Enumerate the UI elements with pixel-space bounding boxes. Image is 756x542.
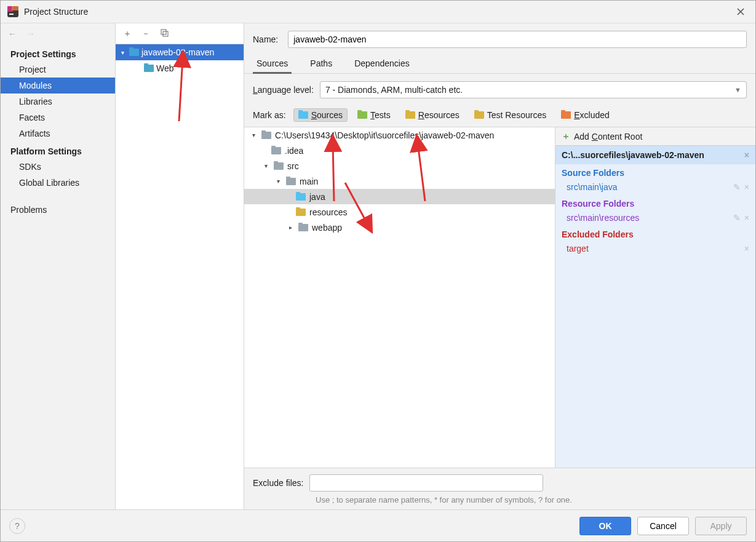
exclude-files-input[interactable]	[309, 474, 543, 492]
tree-row-src[interactable]: ▾ src	[244, 158, 555, 173]
module-node-web[interactable]: Web	[116, 60, 244, 76]
help-button[interactable]: ?	[9, 518, 25, 534]
folder-icon	[274, 162, 284, 170]
language-level-value: 7 - Diamonds, ARM, multi-catch etc.	[325, 85, 734, 95]
tab-sources[interactable]: Sources	[253, 55, 292, 73]
chevron-down-icon: ▼	[734, 86, 741, 94]
remove-icon[interactable]: ×	[744, 213, 749, 223]
tree-label: java	[309, 192, 325, 202]
chevron-right-icon: ▸	[286, 224, 295, 231]
excluded-folders-title: Excluded Folders	[555, 226, 755, 241]
tree-row-webapp[interactable]: ▸ webapp	[244, 220, 555, 235]
mark-excluded-button[interactable]: ExcludedExcluded	[556, 108, 615, 122]
chevron-down-icon: ▾	[274, 178, 282, 185]
edit-icon[interactable]: ✎	[733, 213, 741, 223]
mark-as-label: Mark as:	[253, 110, 286, 120]
exclude-files-label: Exclude files:	[253, 478, 303, 488]
chevron-down-icon: ▾	[118, 49, 127, 56]
content-root-panel: ＋ Add Content RootAdd Content Root C:\..…	[555, 127, 755, 468]
remove-root-icon[interactable]: ×	[744, 150, 749, 160]
remove-icon[interactable]: ×	[744, 244, 749, 253]
nav-item-sdks[interactable]: SDKs	[1, 159, 115, 175]
mark-sources-button[interactable]: SourcesSources	[293, 108, 348, 122]
module-node-root[interactable]: ▾ javaweb-02-maven	[116, 44, 244, 60]
resources-folder-icon	[405, 111, 415, 119]
module-folder-icon	[129, 49, 139, 56]
project-settings-header: Project Settings	[1, 44, 115, 62]
platform-settings-header: Platform Settings	[1, 141, 115, 159]
svg-rect-4	[161, 30, 166, 34]
remove-icon[interactable]: ×	[744, 182, 749, 192]
nav-item-libraries[interactable]: Libraries	[1, 94, 115, 110]
source-folder-entry[interactable]: src\main\java ✎ ×	[555, 179, 755, 195]
source-tree[interactable]: ▾ C:\Users\19434\Desktop\it\suorcefiles\…	[244, 127, 555, 468]
web-facet-icon	[144, 65, 154, 72]
left-nav: ← → Project Settings Project Modules Lib…	[1, 23, 116, 509]
tree-row-resources[interactable]: resources	[244, 204, 555, 220]
nav-item-project[interactable]: Project	[1, 62, 115, 78]
folder-icon	[271, 147, 281, 154]
add-module-icon[interactable]: ＋	[123, 28, 132, 39]
add-content-root-button[interactable]: ＋ Add Content RootAdd Content Root	[555, 127, 755, 146]
tree-label: resources	[309, 207, 347, 217]
chevron-down-icon: ▾	[249, 132, 258, 138]
dialog-footer: ? OK Cancel Apply	[1, 509, 755, 541]
language-level-select[interactable]: 7 - Diamonds, ARM, multi-catch etc. ▼	[320, 81, 747, 98]
sources-folder-icon	[296, 193, 306, 201]
cancel-button[interactable]: Cancel	[637, 517, 689, 535]
window-title: Project Structure	[24, 7, 732, 17]
source-folders-title: Source Folders	[555, 164, 755, 179]
tree-label: .idea	[285, 146, 303, 156]
name-input[interactable]	[288, 31, 747, 48]
tree-label: C:\Users\19434\Desktop\it\suorcefiles\ja…	[275, 130, 494, 140]
nav-item-problems[interactable]: Problems	[1, 202, 115, 218]
intellij-logo-icon	[7, 6, 19, 18]
nav-item-facets[interactable]: Facets	[1, 110, 115, 126]
resource-folder-entry[interactable]: src\main\resources ✎ ×	[555, 210, 755, 226]
plus-icon: ＋	[562, 131, 570, 142]
tests-folder-icon	[357, 111, 367, 119]
module-name: javaweb-02-maven	[141, 47, 214, 57]
svg-rect-3	[12, 6, 18, 10]
exclude-files-bar: Exclude files: Use ; to separate name pa…	[244, 468, 755, 509]
titlebar: Project Structure	[1, 1, 755, 23]
tree-row-idea[interactable]: .idea	[244, 143, 555, 158]
nav-item-artifacts[interactable]: Artifacts	[1, 126, 115, 141]
tree-label: main	[300, 177, 318, 186]
nav-item-global-libraries[interactable]: Global Libraries	[1, 175, 115, 191]
folder-icon	[261, 132, 271, 139]
ok-button[interactable]: OK	[579, 517, 631, 535]
tree-row-root[interactable]: ▾ C:\Users\19434\Desktop\it\suorcefiles\…	[244, 127, 555, 143]
excluded-folder-entry[interactable]: target ✎ ×	[555, 241, 755, 257]
edit-icon[interactable]: ✎	[733, 182, 741, 192]
svg-rect-1	[9, 14, 14, 15]
mark-resources-button[interactable]: ResourcesResources	[400, 108, 464, 122]
close-icon[interactable]	[732, 3, 749, 20]
nav-back-icon[interactable]: ←	[7, 29, 18, 39]
module-facet-name: Web	[156, 63, 174, 73]
folder-icon	[298, 224, 308, 231]
copy-module-icon[interactable]	[160, 28, 169, 39]
tab-dependencies[interactable]: Dependencies	[351, 55, 413, 73]
remove-module-icon[interactable]: －	[141, 28, 150, 39]
module-tree-panel: ＋ － ▾ javaweb-02-maven Web	[116, 23, 244, 509]
chevron-down-icon: ▾	[261, 162, 270, 169]
resources-folder-icon	[296, 209, 306, 216]
module-tabs: Sources Paths Dependencies	[244, 53, 755, 74]
sources-folder-icon	[298, 111, 308, 119]
apply-button: Apply	[695, 517, 747, 535]
folder-icon	[286, 178, 296, 185]
resource-folders-title: Resource Folders	[555, 195, 755, 210]
tree-row-main[interactable]: ▾ main	[244, 173, 555, 189]
content-root-path[interactable]: C:\...suorcefiles\javaweb-02-maven ×	[555, 146, 755, 164]
tab-paths[interactable]: Paths	[306, 55, 336, 73]
main-panel: Name: Sources Paths Dependencies LLangua…	[244, 23, 755, 509]
nav-item-modules[interactable]: Modules	[1, 78, 115, 94]
mark-test-resources-button[interactable]: Test Resources	[469, 108, 551, 122]
svg-rect-5	[163, 31, 168, 36]
exclude-files-hint: Use ; to separate name patterns, * for a…	[244, 495, 613, 504]
mark-tests-button[interactable]: TestsTests	[352, 108, 396, 122]
name-label: Name:	[253, 34, 278, 44]
tree-label: webapp	[312, 223, 342, 233]
tree-row-java[interactable]: java	[244, 189, 555, 204]
